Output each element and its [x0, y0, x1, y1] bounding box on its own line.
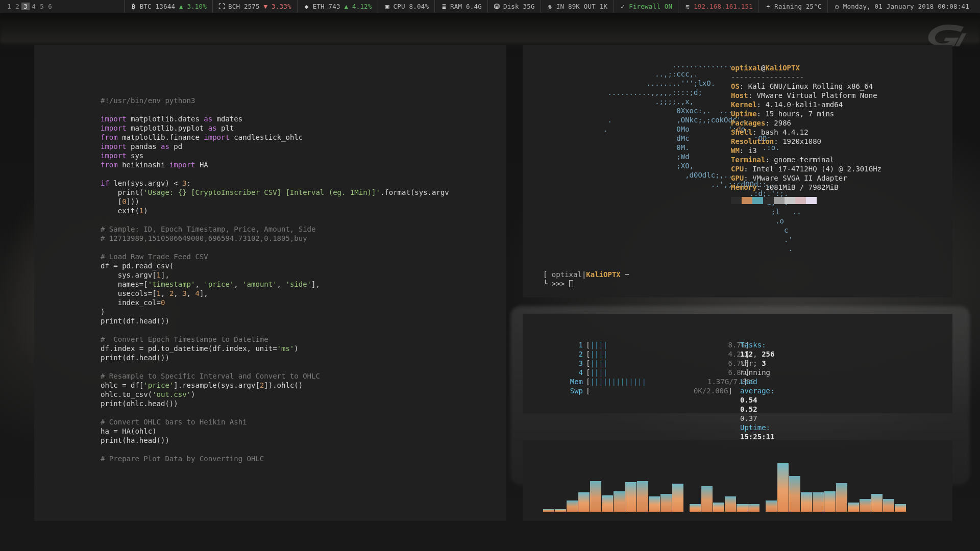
- sysinfo-row: Host: VMware Virtual Platform None: [731, 91, 881, 100]
- weather-icon: ☂: [765, 0, 772, 13]
- workspace-5[interactable]: 5: [38, 3, 46, 10]
- ram-text: RAM 6.4G: [450, 0, 482, 13]
- cpu-widget: ▣CPU 8.04%: [378, 0, 435, 13]
- wifi-icon: ≋: [684, 0, 691, 13]
- bch-widget: ⛶ BCH 2575 ▼ 3.33%: [212, 0, 297, 13]
- spectrum-bar: [883, 499, 894, 512]
- spectrum-bar: [625, 482, 636, 512]
- palette-swatch: [742, 197, 752, 204]
- workspace-6[interactable]: 6: [46, 3, 54, 10]
- sysinfo-row: WM: i3: [731, 146, 881, 155]
- workspace-list: 1 2 3 4 5 6: [5, 3, 54, 10]
- neofetch-host: KaliOPTX: [765, 64, 799, 72]
- ip-widget: ≋192.168.161.151: [678, 0, 758, 13]
- spectrum-bar: [777, 463, 789, 512]
- spectrum-bar: [649, 496, 660, 512]
- spectrum-bar: [672, 484, 683, 512]
- firewall-widget: ✓Firewall ON: [613, 0, 678, 13]
- color-palette: [731, 197, 881, 204]
- clock-text: Monday, 01 January 2018 00:08:41: [843, 0, 969, 13]
- spectrum-bar: [801, 492, 812, 512]
- htop-summary: Tasks: 112, 256 thr; 3 running Load aver…: [740, 340, 774, 441]
- cpu-bar: 4[||||6.8%]: [570, 368, 750, 377]
- workspace-2[interactable]: 2: [13, 3, 21, 10]
- cursor: [569, 280, 573, 287]
- bch-label: BCH 2575 ▼ 3.33%: [228, 0, 291, 13]
- fw-text: Firewall ON: [629, 0, 672, 13]
- spectrum-bar: [602, 495, 613, 512]
- cpu-bar: 2[||||4.2%]: [570, 349, 750, 359]
- spectrum-bar: [614, 491, 625, 512]
- palette-swatch: [752, 197, 763, 204]
- cpu-icon: ▣: [384, 0, 391, 13]
- spectrum-bar: [871, 494, 883, 512]
- weather-widget: ☂Raining 25°C: [758, 0, 827, 13]
- workspace-1[interactable]: 1: [5, 3, 13, 10]
- spectrum-bar: [860, 499, 871, 512]
- spectrum-bar: [690, 504, 701, 512]
- disk-text: Disk 35G: [503, 0, 535, 13]
- eth-widget: ◆ ETH 743 ▲ 4.12%: [297, 0, 378, 13]
- disk-icon: ⛁: [494, 0, 501, 13]
- sysinfo-row: Shell: bash 4.4.12: [731, 128, 881, 137]
- status-bar: 1 2 3 4 5 6 ₿ BTC 13644 ▲ 3.10% ⛶ BCH 25…: [0, 0, 980, 13]
- sysinfo-row: Uptime: 15 hours, 7 mins: [731, 109, 881, 118]
- editor-window[interactable]: #!/usr/bin/env python3 import matplotlib…: [34, 45, 506, 521]
- sysinfo-row: GPU: VMware SVGA II Adapter: [731, 173, 881, 183]
- disk-widget: ⛁Disk 35G: [487, 0, 541, 13]
- eth-icon: ◆: [303, 0, 310, 13]
- spectrum-bar: [567, 500, 578, 512]
- workspace-3[interactable]: 3: [21, 3, 30, 10]
- spectrum-bar: [555, 509, 566, 512]
- eth-label: ETH 743 ▲ 4.12%: [313, 0, 372, 13]
- spectrum-bar: [637, 481, 648, 512]
- spectrum-bar: [660, 494, 672, 512]
- wall-hint-1: [0, 13, 980, 43]
- code-body[interactable]: #!/usr/bin/env python3 import matplotlib…: [34, 96, 506, 463]
- sysinfo-row: Memory: 1081MiB / 7982MiB: [731, 183, 881, 192]
- sysinfo-row: CPU: Intel i7-4712HQ (4) @ 2.301GHz: [731, 164, 881, 173]
- workspace-4[interactable]: 4: [30, 3, 38, 10]
- net-icon: ⇅: [547, 0, 554, 13]
- palette-swatch: [785, 197, 795, 204]
- palette-swatch: [774, 197, 785, 204]
- spectrum-bars: [543, 461, 932, 512]
- palette-swatch: [806, 197, 817, 204]
- spectrum-bar: [766, 500, 777, 512]
- spectrum-bar: [725, 496, 736, 512]
- sysinfo-row: OS: Kali GNU/Linux Rolling x86_64: [731, 82, 881, 91]
- htop-body: 1[||||8.7%]2[||||4.2%]3[||||6.7%]4[||||6…: [546, 327, 750, 395]
- neofetch-sep: -----------------: [731, 72, 881, 82]
- net-widget: ⇅IN 89K OUT 1K: [541, 0, 613, 13]
- bch-icon: ⛶: [218, 0, 226, 13]
- spectrum-bar: [895, 504, 906, 512]
- neofetch-user: optixal: [731, 64, 761, 72]
- palette-swatch: [731, 197, 742, 204]
- htop-window[interactable]: 1[||||8.7%]2[||||4.2%]3[||||6.7%]4[||||6…: [523, 314, 952, 413]
- spectrum-bar: [813, 492, 824, 512]
- ip-text: 192.168.161.151: [694, 0, 753, 13]
- ram-icon: ≣: [440, 0, 448, 13]
- spectrum-bar: [824, 491, 836, 512]
- btc-widget: ₿ BTC 13644 ▲ 3.10%: [124, 0, 212, 13]
- weather-text: Raining 25°C: [774, 0, 822, 13]
- sysinfo: optixal@KaliOPTX ----------------- OS: K…: [731, 63, 881, 204]
- sysinfo-row: Resolution: 980x551: [731, 137, 881, 146]
- clock-widget: ◷Monday, 01 January 2018 00:08:41: [827, 0, 975, 13]
- shell-prompt[interactable]: [ optixal|KaliOPTX ~ ╰ >>>: [543, 270, 629, 288]
- cpu-bar: 1[||||8.7%]: [570, 340, 750, 349]
- spectrum-bar: [789, 476, 800, 512]
- cpu-bar: 3[||||6.7%]: [570, 359, 750, 368]
- spectrum-bar: [543, 509, 554, 512]
- palette-swatch: [763, 197, 774, 204]
- spectrum-bar: [713, 503, 724, 512]
- clock-icon: ◷: [834, 0, 841, 13]
- spectrum-bar: [737, 504, 748, 512]
- ram-widget: ≣RAM 6.4G: [434, 0, 487, 13]
- mem-bar: Mem[|||||||||||||1.37G/7.80G]: [570, 377, 750, 386]
- visualizer-window: [523, 440, 952, 521]
- sysinfo-row: Terminal: gnome-terminal: [731, 155, 881, 164]
- spectrum-bar: [701, 486, 713, 512]
- spectrum-bar: [848, 503, 859, 512]
- neofetch-window[interactable]: .............. ..,;:ccc,. ........''';lx…: [523, 45, 952, 297]
